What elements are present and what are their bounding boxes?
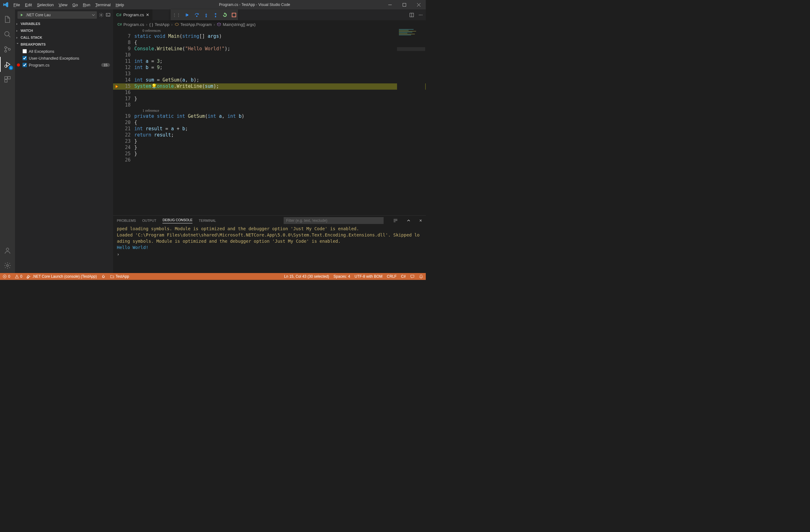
tab-label: Program.cs — [124, 13, 144, 17]
csharp-file-icon: C# — [116, 13, 122, 17]
maximize-button[interactable] — [397, 0, 411, 10]
menu-terminal[interactable]: Terminal — [93, 2, 113, 7]
breakpoint-dot-icon — [17, 63, 20, 66]
status-spaces[interactable]: Spaces: 4 — [334, 274, 350, 279]
bp-checkbox[interactable] — [22, 56, 27, 60]
minimize-button[interactable] — [383, 0, 397, 10]
svg-point-16 — [206, 16, 207, 17]
svg-point-5 — [9, 48, 10, 50]
more-actions-icon[interactable]: ⋯ — [419, 13, 423, 17]
step-into-icon[interactable] — [204, 13, 209, 17]
callstack-section[interactable]: ›CALL STACK — [15, 34, 113, 41]
watch-section[interactable]: ›WATCH — [15, 27, 113, 34]
breadcrumbs[interactable]: C#Program.cs › { }TestApp › TestApp.Prog… — [113, 20, 426, 29]
tab-close-icon[interactable]: ✕ — [146, 13, 149, 17]
status-warnings[interactable]: 0 — [15, 274, 22, 279]
svg-rect-0 — [388, 5, 392, 5]
status-feedback-icon[interactable] — [410, 274, 415, 279]
debug-badge: 1 — [9, 66, 13, 70]
search-icon[interactable] — [0, 27, 15, 42]
panel-tab-output[interactable]: OUTPUT — [142, 219, 156, 222]
menu-edit[interactable]: Edit — [22, 2, 34, 7]
code-editor[interactable]: 0 references 7 static void Main(string[]… — [113, 29, 426, 215]
svg-rect-1 — [403, 3, 406, 6]
debug-console-prompt-icon[interactable]: › — [117, 251, 422, 257]
debug-grip-icon[interactable]: ⋮⋮ — [173, 13, 181, 17]
menu-run[interactable]: Run — [80, 2, 93, 7]
status-bar: 0 0 .NET Core Launch (console) (TestApp)… — [0, 273, 426, 280]
codelens-refs[interactable]: 0 references — [113, 29, 426, 33]
minimap-viewport[interactable] — [397, 47, 425, 51]
class-icon — [175, 22, 179, 27]
panel-collapse-icon[interactable] — [407, 219, 410, 222]
vscode-logo-icon — [0, 2, 11, 7]
status-errors[interactable]: 0 — [2, 274, 10, 279]
bp-all-exceptions[interactable]: All Exceptions — [21, 48, 113, 55]
bp-user-unhandled[interactable]: User-Unhandled Exceptions — [21, 55, 113, 62]
svg-point-12 — [101, 14, 102, 16]
panel-close-icon[interactable]: ✕ — [419, 219, 422, 223]
svg-rect-13 — [106, 13, 110, 16]
debug-console-filter[interactable] — [284, 217, 384, 224]
svg-rect-7 — [5, 77, 7, 79]
window-title: Program.cs - TestApp - Visual Studio Cod… — [127, 2, 383, 7]
close-button[interactable] — [411, 0, 426, 10]
panel-tab-debug-console[interactable]: DEBUG CONSOLE — [162, 218, 192, 223]
panel-tab-terminal[interactable]: TERMINAL — [199, 219, 216, 222]
word-wrap-icon[interactable] — [393, 218, 398, 223]
extensions-icon[interactable] — [0, 72, 15, 87]
svg-rect-18 — [232, 13, 236, 17]
menu-file[interactable]: File — [11, 2, 22, 7]
debug-config-label: .NET Core Lau — [26, 13, 51, 17]
debug-settings-gear-icon[interactable] — [99, 13, 104, 17]
status-encoding[interactable]: UTF-8 with BOM — [355, 274, 382, 279]
menu-go[interactable]: Go — [70, 2, 80, 7]
bp-checkbox[interactable] — [22, 49, 27, 53]
debug-toolbar[interactable]: ⋮⋮ — [171, 10, 238, 20]
debug-console-icon[interactable] — [106, 13, 111, 17]
editor-area: C# Program.cs ✕ ⋮⋮ ⋯ C#Program.cs › { }T… — [113, 10, 426, 273]
source-control-icon[interactable] — [0, 42, 15, 57]
status-folder[interactable]: TestApp — [110, 274, 129, 279]
panel-tab-problems[interactable]: PROBLEMS — [117, 219, 136, 222]
continue-icon[interactable] — [185, 13, 190, 17]
step-over-icon[interactable] — [194, 13, 199, 17]
title-bar: File Edit Selection View Go Run Terminal… — [0, 0, 426, 10]
menu-view[interactable]: View — [56, 2, 70, 7]
status-bell-icon[interactable] — [419, 274, 423, 279]
csharp-file-icon: C# — [117, 22, 122, 26]
menu-bar: File Edit Selection View Go Run Terminal… — [11, 2, 127, 7]
breakpoints-section[interactable]: ›BREAKPOINTS — [15, 41, 113, 48]
namespace-icon: { } — [149, 22, 153, 27]
method-icon — [217, 22, 221, 27]
svg-rect-8 — [8, 77, 10, 79]
debug-console-output[interactable]: pped loading symbols. Module is optimize… — [113, 226, 426, 273]
debug-config-dropdown[interactable]: .NET Core Lau — [17, 11, 97, 19]
restart-icon[interactable] — [223, 13, 227, 17]
svg-point-4 — [5, 50, 6, 52]
step-out-icon[interactable] — [213, 13, 218, 17]
status-flame-icon[interactable] — [101, 274, 106, 279]
status-cursor[interactable]: Ln 15, Col 43 (30 selected) — [284, 274, 329, 279]
status-eol[interactable]: CRLF — [387, 274, 396, 279]
svg-point-3 — [5, 47, 6, 48]
explorer-icon[interactable] — [0, 12, 15, 27]
split-editor-icon[interactable] — [409, 13, 414, 17]
bottom-panel: PROBLEMS OUTPUT DEBUG CONSOLE TERMINAL ✕… — [113, 215, 426, 273]
settings-gear-icon[interactable] — [0, 258, 15, 273]
minimap[interactable] — [397, 29, 425, 215]
run-debug-icon[interactable]: 1 — [0, 57, 15, 72]
account-icon[interactable] — [0, 243, 15, 258]
stop-icon[interactable] — [232, 13, 236, 17]
status-language[interactable]: C# — [401, 274, 406, 279]
variables-section[interactable]: ›VARIABLES — [15, 20, 113, 27]
menu-selection[interactable]: Selection — [34, 2, 56, 7]
lightbulb-icon[interactable]: 💡 — [151, 83, 157, 89]
bp-program-cs[interactable]: Program.cs 15 — [21, 62, 113, 68]
bp-checkbox[interactable] — [22, 63, 27, 67]
codelens-refs[interactable]: 1 reference — [113, 108, 426, 113]
tab-program-cs[interactable]: C# Program.cs ✕ — [113, 10, 153, 20]
svg-point-15 — [196, 16, 197, 17]
status-debug-launch[interactable]: .NET Core Launch (console) (TestApp) — [27, 274, 97, 279]
menu-help[interactable]: Help — [113, 2, 127, 7]
